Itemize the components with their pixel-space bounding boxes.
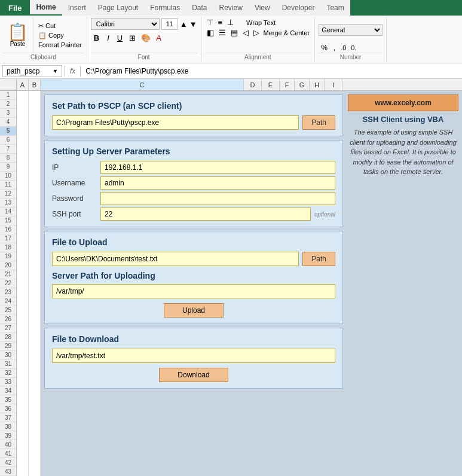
col-header-b[interactable]: B <box>29 79 41 90</box>
percent-icon[interactable]: % <box>319 43 330 53</box>
row-num-31: 31 <box>0 360 16 369</box>
col-b-cells <box>29 91 41 476</box>
fill-color-icon[interactable]: 🎨 <box>139 33 152 42</box>
pscp-title: Set Path to PSCP (an SCP client) <box>52 101 335 111</box>
tab-formulas[interactable]: Formulas <box>144 0 186 16</box>
decrease-decimal-icon[interactable]: 0. <box>349 44 358 51</box>
row-num-2: 2 <box>0 100 16 109</box>
italic-button[interactable]: I <box>104 32 112 44</box>
row-num-13: 13 <box>0 199 16 208</box>
download-title: File to Download <box>52 334 335 344</box>
upload-path-button[interactable]: Path <box>302 252 335 266</box>
align-left-icon[interactable]: ◧ <box>205 28 216 37</box>
row-num-27: 27 <box>0 324 16 333</box>
username-input[interactable] <box>100 176 335 190</box>
row-num-17: 17 <box>0 234 16 243</box>
col-header-i[interactable]: I <box>325 79 342 90</box>
ip-input[interactable] <box>100 161 335 174</box>
underline-button[interactable]: U <box>114 32 126 44</box>
merge-center-button[interactable]: Merge & Center <box>262 29 311 37</box>
formula-bar: path_pscp ▼ fx <box>0 63 462 79</box>
ssh-description: The example of using simple SSH client f… <box>348 127 458 177</box>
col-header-f[interactable]: F <box>280 79 295 90</box>
align-top-icon[interactable]: ⊤ <box>205 18 215 27</box>
row-num-42: 42 <box>0 458 16 467</box>
pscp-path-button[interactable]: Path <box>302 115 335 130</box>
row-num-14: 14 <box>0 208 16 216</box>
font-size-decrease-icon[interactable]: ▼ <box>189 20 197 29</box>
main-content-area: Set Path to PSCP (an SCP client) Path Se… <box>41 91 462 476</box>
tab-developer[interactable]: Developer <box>276 0 321 16</box>
row-num-38: 38 <box>0 422 16 431</box>
upload-button[interactable]: Upload <box>164 303 224 318</box>
row-num-16: 16 <box>0 225 16 234</box>
tab-view[interactable]: View <box>249 0 276 16</box>
tab-review[interactable]: Review <box>213 0 249 16</box>
row-num-36: 36 <box>0 404 16 413</box>
col-a-cells <box>17 91 29 476</box>
tab-insert[interactable]: Insert <box>62 0 92 16</box>
font-size-input[interactable] <box>161 18 178 30</box>
excely-box[interactable]: www.excely.com <box>348 94 458 111</box>
file-tab[interactable]: File <box>0 0 30 16</box>
cut-button[interactable]: ✂ Cut <box>36 22 84 30</box>
row-num-40: 40 <box>0 440 16 449</box>
row-num-1: 1 <box>0 91 16 100</box>
name-box-dropdown-icon: ▼ <box>53 68 58 74</box>
password-input[interactable] <box>100 192 335 205</box>
name-box[interactable]: path_pscp ▼ <box>2 65 62 77</box>
server-section: Setting Up Server Parameters IP Username… <box>44 140 343 227</box>
row-num-28: 28 <box>0 333 16 342</box>
tab-page-layout[interactable]: Page Layout <box>92 0 144 16</box>
row-num-19: 19 <box>0 252 16 261</box>
tab-home[interactable]: Home <box>30 0 62 16</box>
tab-team[interactable]: Team <box>320 0 350 16</box>
indent-increase-icon[interactable]: ▷ <box>252 28 261 37</box>
align-bottom-icon[interactable]: ⊥ <box>225 18 235 27</box>
align-right-icon[interactable]: ▤ <box>229 28 240 37</box>
font-family-select[interactable]: Calibri <box>91 18 160 30</box>
number-format-select[interactable]: General <box>319 24 383 36</box>
col-header-e[interactable]: E <box>262 79 280 90</box>
username-label: Username <box>52 179 97 187</box>
grid-content: Set Path to PSCP (an SCP client) Path Se… <box>17 91 462 476</box>
col-header-c[interactable]: C <box>41 79 244 90</box>
format-painter-button[interactable]: Format Painter <box>36 41 84 49</box>
row-num-11: 11 <box>0 181 16 190</box>
row-num-41: 41 <box>0 449 16 458</box>
col-header-h[interactable]: H <box>310 79 325 90</box>
bold-button[interactable]: B <box>91 32 102 44</box>
align-middle-icon[interactable]: ≡ <box>216 18 225 27</box>
form-sections: Set Path to PSCP (an SCP client) Path Se… <box>44 94 343 472</box>
download-button[interactable]: Download <box>159 368 228 382</box>
pscp-path-input[interactable] <box>52 115 299 130</box>
pscp-section: Set Path to PSCP (an SCP client) Path <box>44 94 343 136</box>
increase-decimal-icon[interactable]: .0 <box>339 44 348 51</box>
col-header-g[interactable]: G <box>295 79 310 90</box>
corner-cell <box>0 79 17 90</box>
server-path-input[interactable] <box>52 284 335 298</box>
border-icon[interactable]: ⊞ <box>127 33 137 42</box>
fx-label: fx <box>68 67 78 75</box>
row-numbers-col: 1 2 3 4 5 6 7 8 9 10 11 12 13 14 15 16 1… <box>0 91 17 476</box>
font-size-increase-icon[interactable]: ▲ <box>180 20 188 29</box>
row-num-9: 9 <box>0 163 16 172</box>
row-num-5: 5 <box>0 127 16 136</box>
align-center-icon[interactable]: ☰ <box>217 28 228 37</box>
download-file-input[interactable] <box>52 349 335 363</box>
indent-decrease-icon[interactable]: ◁ <box>241 28 250 37</box>
col-header-d[interactable]: D <box>244 79 262 90</box>
comma-icon[interactable]: , <box>331 43 338 53</box>
font-color-icon[interactable]: A <box>154 33 163 42</box>
col-header-a[interactable]: A <box>17 79 29 90</box>
wrap-text-button[interactable]: Wrap Text <box>244 19 278 27</box>
font-group-label: Font <box>91 53 197 60</box>
paste-button[interactable]: 📋 Paste <box>2 18 33 53</box>
ssh-port-input[interactable] <box>100 208 311 221</box>
upload-file-input[interactable] <box>52 252 299 266</box>
row-num-7: 7 <box>0 145 16 154</box>
formula-input[interactable] <box>83 66 460 77</box>
row-num-18: 18 <box>0 243 16 252</box>
tab-data[interactable]: Data <box>186 0 213 16</box>
copy-button[interactable]: 📋 Copy <box>36 31 84 40</box>
